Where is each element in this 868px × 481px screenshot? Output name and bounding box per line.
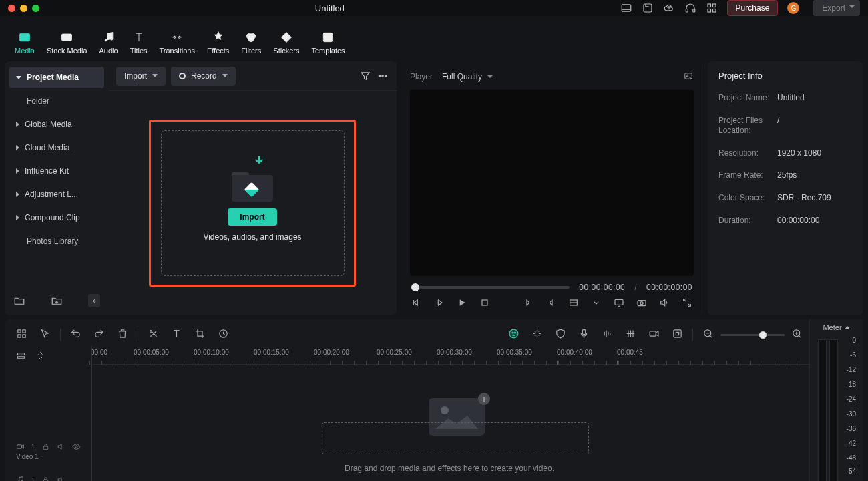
text-tool-icon[interactable]	[171, 328, 182, 341]
select-tool-icon[interactable]	[39, 328, 51, 341]
expand-icon[interactable]	[35, 351, 45, 363]
redo-button[interactable]	[93, 328, 105, 341]
tab-titles[interactable]: Titles	[130, 31, 148, 57]
save-icon[interactable]	[642, 2, 654, 14]
grid-icon[interactable]	[16, 328, 27, 341]
sidebar-item-influence-kit[interactable]: Influence Kit	[9, 160, 104, 182]
tab-label: Effects	[207, 47, 229, 55]
layers-icon[interactable]	[16, 351, 26, 363]
svg-marker-84	[58, 477, 61, 481]
zoom-in-button[interactable]	[791, 328, 803, 341]
lock-icon[interactable]	[41, 476, 50, 482]
lock-icon[interactable]	[41, 442, 50, 451]
purchase-button[interactable]: Purchase	[727, 0, 779, 16]
crop-tool-icon[interactable]	[194, 328, 206, 341]
marker-tool-icon[interactable]	[625, 328, 636, 341]
speed-button[interactable]	[218, 328, 229, 341]
tab-media[interactable]: Media	[15, 31, 35, 57]
sidebar-item-global-media[interactable]: Global Media	[9, 114, 104, 135]
tab-transitions[interactable]: Transitions	[160, 31, 195, 57]
sidebar-item-photos-library[interactable]: Photos Library	[9, 230, 104, 252]
sparkle-icon[interactable]	[531, 328, 543, 341]
cloud-icon[interactable]	[663, 2, 675, 14]
record-tool-icon[interactable]	[648, 328, 660, 341]
layout-icon[interactable]	[620, 2, 632, 14]
apps-icon[interactable]	[706, 2, 718, 14]
meter-header[interactable]: Meter	[823, 323, 849, 331]
info-value: 00:00:00:00	[777, 216, 819, 226]
mute-icon[interactable]	[57, 476, 65, 482]
prev-frame-button[interactable]	[411, 297, 422, 310]
aspect-ratio-button[interactable]	[568, 297, 579, 310]
tab-effects[interactable]: Effects	[207, 31, 229, 57]
chevron-down-icon[interactable]	[591, 297, 602, 310]
sidebar-item-project-media[interactable]: Project Media	[9, 67, 104, 88]
audio-tool-icon[interactable]	[602, 328, 613, 341]
video-track-header[interactable]: 1 Video 1	[9, 434, 89, 468]
display-icon[interactable]	[614, 297, 624, 310]
playhead[interactable]	[91, 346, 92, 481]
mute-icon[interactable]	[57, 442, 65, 451]
time-ruler[interactable]: 00:00 00:00:05:00 00:00:10:00 00:00:15:0…	[89, 346, 809, 365]
record-dropdown[interactable]: Record	[171, 67, 236, 86]
timeline-track-area[interactable]: 00:00 00:00:05:00 00:00:10:00 00:00:15:0…	[89, 346, 809, 481]
export-button[interactable]: Export	[813, 0, 860, 16]
play-button[interactable]	[457, 297, 467, 310]
tab-audio[interactable]: Audio	[99, 31, 118, 57]
sidebar-item-compound-clip[interactable]: Compound Clip	[9, 207, 104, 228]
more-icon[interactable]	[377, 70, 389, 82]
tab-label: Templates	[311, 47, 345, 55]
db-label: -48	[847, 454, 856, 462]
headset-icon[interactable]	[684, 2, 696, 14]
fullscreen-button[interactable]	[682, 297, 692, 310]
volume-button[interactable]	[659, 297, 670, 310]
db-label: -18	[847, 381, 856, 388]
mic-icon[interactable]	[578, 328, 590, 341]
stop-button[interactable]	[479, 297, 490, 310]
tab-stock-media[interactable]: Stock Media	[47, 31, 87, 57]
new-folder-icon[interactable]	[13, 295, 25, 307]
tab-filters[interactable]: Filters	[241, 31, 261, 57]
document-title: Untitled	[39, 3, 620, 13]
sidebar-item-cloud-media[interactable]: Cloud Media	[9, 137, 104, 158]
media-drop-area[interactable]: Import Videos, audios, and images	[108, 91, 397, 315]
shield-icon[interactable]	[555, 328, 566, 341]
filter-icon[interactable]	[359, 70, 371, 82]
tab-templates[interactable]: Templates	[311, 31, 345, 57]
delete-button[interactable]	[117, 328, 128, 341]
tab-label: Stickers	[273, 47, 299, 55]
mark-out-button[interactable]	[546, 297, 556, 310]
mark-in-button[interactable]	[523, 297, 533, 310]
timeline-dropzone[interactable]	[322, 422, 589, 454]
quality-dropdown[interactable]: Full Quality	[442, 72, 493, 82]
sidebar-item-adjustment-layer[interactable]: Adjustment L...	[9, 184, 104, 205]
maximize-window-button[interactable]	[32, 5, 39, 12]
zoom-out-button[interactable]	[702, 328, 714, 341]
split-button[interactable]	[148, 328, 159, 341]
snapshot-button[interactable]	[636, 297, 647, 310]
zoom-slider[interactable]	[720, 334, 785, 336]
auto-button[interactable]	[508, 328, 519, 341]
svg-marker-79	[58, 444, 61, 449]
timeline-toolbar	[9, 323, 809, 346]
keyframe-icon[interactable]	[672, 328, 683, 341]
step-back-button[interactable]	[434, 297, 445, 310]
user-avatar[interactable]: G	[787, 2, 799, 14]
visibility-icon[interactable]	[72, 442, 81, 451]
close-window-button[interactable]	[8, 5, 15, 12]
import-button[interactable]: Import	[228, 208, 276, 226]
window-controls[interactable]	[8, 5, 39, 12]
sidebar-sub-folder[interactable]: Folder	[9, 90, 104, 112]
add-icon[interactable]: +	[478, 393, 490, 405]
preview-viewport[interactable]	[410, 90, 694, 276]
import-dropdown[interactable]: Import	[116, 67, 166, 86]
collapse-sidebar-button[interactable]: ‹	[88, 294, 100, 307]
undo-button[interactable]	[70, 328, 81, 341]
snapshot-area-icon[interactable]	[683, 71, 694, 83]
import-dropzone[interactable]: Import Videos, audios, and images	[161, 130, 345, 276]
playback-slider[interactable]	[411, 286, 570, 289]
audio-track-header[interactable]: 1 Audio 1	[9, 468, 89, 481]
new-bin-icon[interactable]	[51, 295, 63, 307]
minimize-window-button[interactable]	[20, 5, 27, 12]
tab-stickers[interactable]: Stickers	[273, 31, 299, 57]
